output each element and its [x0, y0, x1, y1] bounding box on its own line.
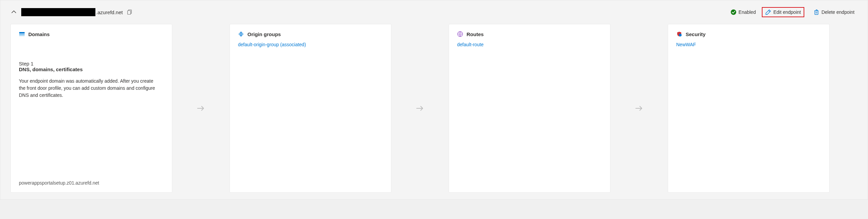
card-origin-groups-header: Origin groups	[238, 31, 383, 37]
domains-footer-hostname: powerappsportalsetup.z01.azurefd.net	[19, 180, 99, 186]
arrow-icon	[391, 24, 449, 193]
svg-rect-3	[815, 11, 818, 15]
header-row: .azurefd.net Enabled Edit endpoint	[10, 7, 858, 17]
endpoint-panel: .azurefd.net Enabled Edit endpoint	[0, 0, 868, 200]
origin-group-link[interactable]: default-origin-group (associated)	[238, 42, 383, 47]
edit-endpoint-button[interactable]: Edit endpoint	[762, 7, 804, 17]
card-domains-title: Domains	[28, 31, 50, 37]
step-title: DNS, domains, certificates	[19, 66, 164, 72]
check-circle-icon	[730, 9, 737, 15]
status-label: Enabled	[739, 9, 756, 15]
arrow-icon	[172, 24, 230, 193]
svg-rect-5	[19, 34, 25, 35]
status-enabled: Enabled	[730, 9, 756, 15]
delete-endpoint-label: Delete endpoint	[821, 9, 855, 15]
security-link[interactable]: NewWAF	[676, 42, 821, 47]
card-domains: Domains Step 1 DNS, domains, certificate…	[10, 24, 172, 193]
domains-icon	[19, 31, 25, 37]
delete-endpoint-button[interactable]: Delete endpoint	[810, 7, 858, 17]
svg-rect-1	[128, 11, 131, 15]
panels-row: Domains Step 1 DNS, domains, certificate…	[10, 24, 858, 193]
card-routes-header: Routes	[457, 31, 602, 37]
card-origin-groups: Origin groups default-origin-group (asso…	[230, 24, 391, 193]
step-desc: Your endpoint domain was automatically a…	[19, 78, 160, 99]
card-routes-title: Routes	[467, 31, 484, 37]
svg-point-8	[679, 34, 682, 36]
card-domains-header: Domains	[19, 31, 164, 37]
edit-endpoint-label: Edit endpoint	[773, 9, 801, 15]
card-security-title: Security	[686, 31, 706, 37]
card-security-header: Security	[676, 31, 821, 37]
card-origin-groups-title: Origin groups	[247, 31, 281, 37]
security-icon	[676, 31, 682, 37]
card-routes: Routes default-route	[449, 24, 610, 193]
redacted-hostname	[21, 8, 95, 16]
pencil-icon	[765, 9, 771, 15]
domains-step: Step 1 DNS, domains, certificates Your e…	[19, 61, 164, 99]
header-actions: Enabled Edit endpoint Delete endpoint	[730, 7, 858, 17]
svg-point-2	[731, 9, 736, 15]
step-label: Step 1	[19, 61, 164, 66]
copy-icon[interactable]	[127, 9, 133, 15]
routes-icon	[457, 31, 463, 37]
route-link[interactable]: default-route	[457, 42, 602, 47]
header-left: .azurefd.net	[10, 8, 133, 16]
svg-rect-6	[19, 35, 25, 36]
arrow-icon	[610, 24, 668, 193]
card-security: Security NewWAF	[668, 24, 830, 193]
origin-groups-icon	[238, 31, 244, 37]
svg-rect-4	[19, 32, 25, 33]
collapse-chevron-icon[interactable]	[10, 9, 17, 16]
trash-icon	[813, 9, 819, 15]
domain-suffix: .azurefd.net	[96, 9, 123, 15]
